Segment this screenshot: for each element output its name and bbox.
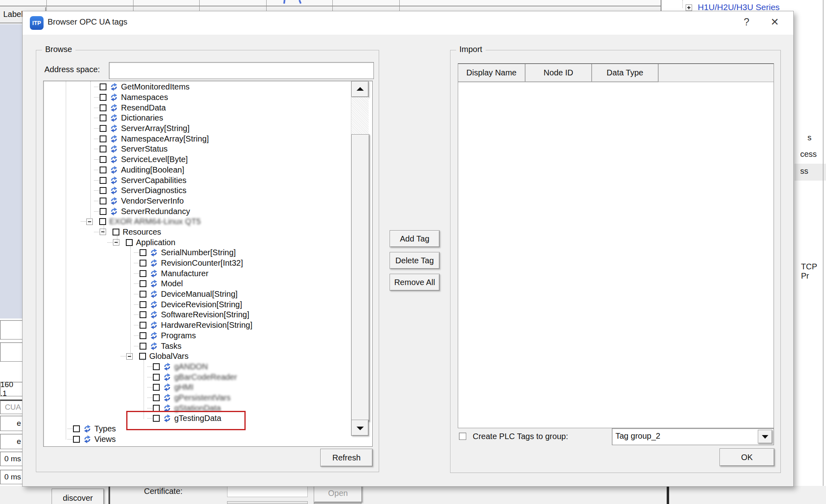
tree-checkbox[interactable] bbox=[100, 125, 106, 132]
address-space-input[interactable] bbox=[109, 62, 374, 79]
dialog-titlebar[interactable]: ITP Browser OPC UA tags ? ✕ bbox=[23, 11, 793, 35]
tree-item-serverredundancy[interactable]: ServerRedundancy bbox=[44, 206, 372, 217]
tree-checkbox[interactable] bbox=[100, 156, 106, 163]
tree-checkbox[interactable] bbox=[140, 260, 146, 267]
tree-checkbox[interactable] bbox=[100, 146, 106, 152]
tree-item-serverdiagnostics[interactable]: ServerDiagnostics bbox=[44, 185, 372, 196]
create-plc-checkbox[interactable] bbox=[459, 433, 466, 440]
scroll-up-button[interactable] bbox=[351, 81, 369, 97]
tree-checkbox[interactable] bbox=[140, 343, 146, 350]
tree-item-resources[interactable]: Resources bbox=[44, 227, 372, 237]
tree-checkbox[interactable] bbox=[140, 280, 146, 287]
tree-item-gpersistentvars[interactable]: gPersistentVars bbox=[44, 393, 372, 403]
tree-checkbox[interactable] bbox=[100, 198, 106, 204]
discover-button[interactable]: discover bbox=[52, 489, 104, 504]
add-tag-button[interactable]: Add Tag bbox=[390, 230, 440, 247]
close-button[interactable]: ✕ bbox=[767, 16, 783, 28]
tree-checkbox[interactable] bbox=[100, 83, 106, 90]
expand-plus-icon[interactable] bbox=[686, 4, 692, 11]
tree-item-exor-arm64-linux-qt5[interactable]: EXOR ARM64-Linux QT5 bbox=[44, 217, 372, 227]
tree-item-globalvars[interactable]: GlobalVars bbox=[44, 351, 372, 362]
tree-item-hardwarerevision-string-[interactable]: HardwareRevision[String] bbox=[44, 320, 372, 331]
column-header-data-type[interactable]: Data Type bbox=[592, 64, 659, 82]
tree-item-vendorserverinfo[interactable]: VendorServerInfo bbox=[44, 196, 372, 206]
tree-item-namespaces[interactable]: Namespaces bbox=[44, 92, 372, 103]
tree-checkbox[interactable] bbox=[153, 363, 160, 370]
tree-item-serverstatus[interactable]: ServerStatus bbox=[44, 144, 372, 154]
tree-item-programs[interactable]: Programs bbox=[44, 331, 372, 341]
opcua-tag-icon bbox=[110, 176, 118, 185]
tree-checkbox[interactable] bbox=[153, 374, 160, 381]
collapse-toggle-icon[interactable] bbox=[100, 229, 106, 235]
tree-item-manufacturer[interactable]: Manufacturer bbox=[44, 268, 372, 279]
import-table-body[interactable] bbox=[458, 82, 774, 427]
tree-item-namespacearray-string-[interactable]: NamespaceArray[String] bbox=[44, 133, 372, 144]
scrollbar-thumb[interactable] bbox=[351, 134, 369, 421]
tree-item-ghmi[interactable]: gHMI bbox=[44, 382, 372, 393]
tree-checkbox[interactable] bbox=[100, 167, 106, 173]
column-header-display-name[interactable]: Display Name bbox=[458, 64, 526, 82]
delete-tag-button[interactable]: Delete Tag bbox=[390, 252, 440, 269]
certificate-field[interactable] bbox=[227, 486, 308, 497]
tree-item-servicelevel-byte-[interactable]: ServiceLevel[Byte] bbox=[44, 154, 372, 165]
tree-checkbox[interactable] bbox=[140, 301, 146, 308]
tree-item-application[interactable]: Application bbox=[44, 237, 372, 248]
tree-item-gbarcodereader[interactable]: gBarCodeReader bbox=[44, 372, 372, 382]
ok-button[interactable]: OK bbox=[720, 448, 774, 466]
help-button[interactable]: ? bbox=[738, 16, 755, 28]
tree-item-auditing-boolean-[interactable]: Auditing[Boolean] bbox=[44, 165, 372, 175]
bg-fragment-text: TCP Pr bbox=[801, 262, 826, 281]
tree-item-gandon[interactable]: gANDON bbox=[44, 362, 372, 372]
dropdown-button[interactable] bbox=[758, 430, 772, 444]
tree-scrollbar[interactable] bbox=[351, 81, 369, 436]
collapse-toggle-icon[interactable] bbox=[86, 219, 93, 225]
tree-checkbox[interactable] bbox=[140, 322, 146, 329]
tree-guide bbox=[130, 246, 131, 358]
tree-item-getmonitoreditems[interactable]: GetMonitoredItems bbox=[44, 82, 372, 92]
refresh-button[interactable]: Refresh bbox=[320, 449, 373, 467]
tree-connector bbox=[67, 429, 73, 429]
tree-checkbox[interactable] bbox=[100, 135, 106, 142]
tree-checkbox[interactable] bbox=[140, 249, 146, 256]
tree-item-dictionaries[interactable]: Dictionaries bbox=[44, 113, 372, 123]
tree-checkbox[interactable] bbox=[140, 270, 146, 277]
tag-group-dropdown[interactable]: Tag group_2 bbox=[612, 428, 774, 445]
scrollbar-track[interactable] bbox=[351, 97, 369, 134]
tree-checkbox[interactable] bbox=[153, 394, 160, 401]
collapse-toggle-icon[interactable] bbox=[126, 353, 133, 360]
tree-item-serialnumber-string-[interactable]: SerialNumber[String] bbox=[44, 248, 372, 258]
tree-checkbox[interactable] bbox=[100, 104, 106, 111]
tree-checkbox[interactable] bbox=[139, 353, 146, 360]
tree-checkbox[interactable] bbox=[73, 436, 80, 443]
tree-item-devicemanual-string-[interactable]: DeviceManual[String] bbox=[44, 289, 372, 300]
tree-item-tasks[interactable]: Tasks bbox=[44, 341, 372, 351]
tree-item-model[interactable]: Model bbox=[44, 279, 372, 289]
tree-item-resenddata[interactable]: ResendData bbox=[44, 102, 372, 113]
tree-checkbox[interactable] bbox=[140, 291, 146, 298]
tree-checkbox[interactable] bbox=[100, 115, 106, 121]
tree-item-servercapabilities[interactable]: ServerCapabilities bbox=[44, 175, 372, 185]
tree-item-softwarerevision-string-[interactable]: SoftwareRevision[String] bbox=[44, 310, 372, 320]
tree-item-serverarray-string-[interactable]: ServerArray[String] bbox=[44, 123, 372, 134]
tree-item-label: Programs bbox=[161, 331, 196, 340]
import-table[interactable]: Display NameNode IDData Type bbox=[458, 63, 774, 428]
tree-checkbox[interactable] bbox=[140, 332, 146, 339]
tree-checkbox[interactable] bbox=[100, 94, 106, 101]
tree-item-views[interactable]: Views bbox=[44, 434, 372, 444]
tree-checkbox[interactable] bbox=[140, 311, 146, 318]
opcua-tree[interactable]: GetMonitoredItemsNamespacesResendDataDic… bbox=[43, 81, 373, 447]
tree-checkbox[interactable] bbox=[73, 425, 80, 432]
tree-checkbox[interactable] bbox=[113, 229, 119, 235]
tree-checkbox[interactable] bbox=[100, 177, 106, 184]
tree-item-revisioncounter-int32-[interactable]: RevisionCounter[Int32] bbox=[44, 258, 372, 269]
collapse-toggle-icon[interactable] bbox=[113, 239, 119, 246]
tree-checkbox[interactable] bbox=[153, 384, 160, 391]
tree-checkbox[interactable] bbox=[100, 208, 106, 215]
tree-checkbox[interactable] bbox=[126, 239, 133, 246]
scroll-down-button[interactable] bbox=[351, 420, 369, 436]
remove-all-button[interactable]: Remove All bbox=[390, 274, 440, 291]
tree-checkbox[interactable] bbox=[100, 187, 106, 194]
tree-checkbox[interactable] bbox=[99, 218, 106, 225]
tree-item-devicerevision-string-[interactable]: DeviceRevision[String] bbox=[44, 299, 372, 310]
column-header-node-id[interactable]: Node ID bbox=[526, 64, 592, 82]
